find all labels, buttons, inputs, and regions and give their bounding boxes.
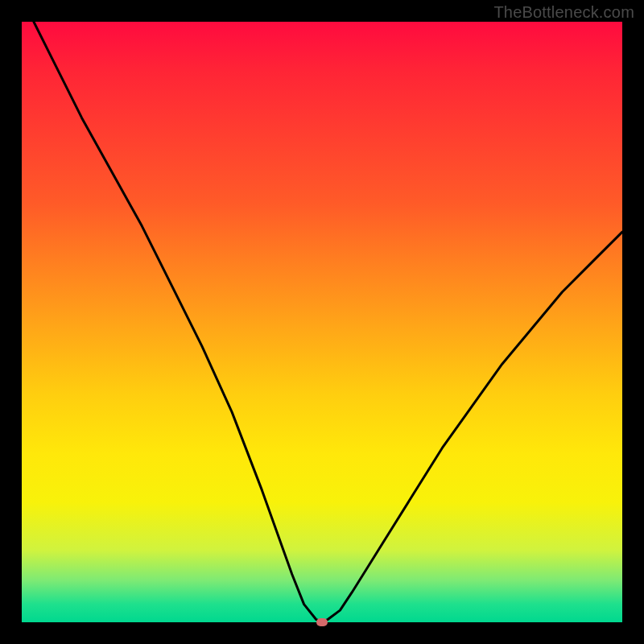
plot-area <box>22 22 622 622</box>
watermark-text: TheBottleneck.com <box>493 3 634 22</box>
bottleneck-curve <box>34 22 622 622</box>
minimum-marker <box>316 618 328 626</box>
chart-frame: TheBottleneck.com <box>0 0 644 644</box>
curve-svg <box>22 22 622 622</box>
